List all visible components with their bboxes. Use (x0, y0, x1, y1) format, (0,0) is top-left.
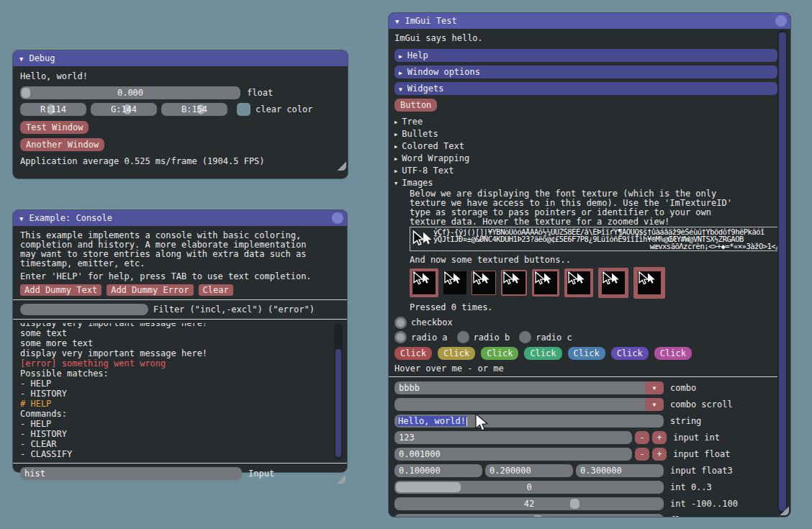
another-window-button[interactable]: Another Window (20, 138, 104, 151)
fps-stats-text: Application average 0.525 ms/frame (1904… (20, 156, 340, 166)
filter-input[interactable] (20, 304, 148, 315)
radio-b[interactable]: radio b (457, 331, 510, 343)
float3-input-label: input float3 (670, 466, 733, 476)
click-button-6[interactable]: Click (611, 347, 649, 360)
command-input[interactable]: hist (20, 467, 242, 480)
font-texture-image[interactable]: ýÇf}-{ÿj()[]|¥ÝBÑòÙõóÃÅÄÀô½¼ÙÚŽŠ8ÉÈ/â\ÈÞ… (410, 227, 782, 251)
console-log[interactable]: display very important message here! som… (20, 323, 343, 459)
float-slider[interactable]: 0.000 (20, 86, 240, 99)
tree-node-word-wrapping[interactable]: Word Wrapping (394, 153, 777, 165)
add-dummy-error-button[interactable]: Add Dummy Error (107, 284, 193, 296)
button-widget[interactable]: Button (394, 99, 437, 112)
textured-buttons-caption: And now some textured buttons.. (410, 256, 777, 265)
tree-node-images[interactable]: Images (394, 177, 777, 189)
float3-input-x[interactable]: 0.100000 (394, 464, 482, 477)
test-window-button[interactable]: Test Window (20, 121, 89, 134)
image-buttons-row (410, 267, 777, 299)
resize-grip[interactable] (335, 474, 346, 484)
combo-box[interactable]: bbbb (394, 381, 664, 394)
tree-arrow-icon (394, 140, 402, 153)
float-slider[interactable]: 1.123 (394, 514, 664, 517)
scrollbar-grab[interactable] (779, 32, 786, 511)
log-line: - CLEAR (20, 439, 343, 449)
tree-node-bullets[interactable]: Bullets (394, 128, 777, 140)
combo-arrow-button[interactable] (645, 381, 664, 394)
image-button-7[interactable] (598, 268, 628, 298)
add-dummy-text-button[interactable]: Add Dummy Text (20, 284, 102, 296)
tree-node-colored-text[interactable]: Colored Text (394, 140, 777, 153)
log-line: - CLASSIFY (20, 449, 343, 459)
tree-node-utf8-text[interactable]: UTF-8 Text (394, 165, 777, 177)
header-widgets[interactable]: Widgets (394, 82, 777, 95)
debug-titlebar[interactable]: Debug (13, 50, 348, 66)
float-input-label: input float (673, 449, 730, 459)
string-input[interactable]: Hello, world! (394, 415, 664, 428)
tree-node-label: Word Wrapping (402, 153, 469, 165)
combo-scroll-box[interactable] (394, 398, 664, 411)
green-slider[interactable]: G:144 (91, 103, 157, 116)
header-help[interactable]: Help (394, 49, 777, 62)
tree-node-tree[interactable]: Tree (394, 116, 777, 128)
close-button[interactable] (332, 212, 343, 224)
console-titlebar[interactable]: Example: Console (13, 210, 347, 226)
image-button-5[interactable] (532, 269, 559, 297)
clear-button[interactable]: Clear (199, 284, 233, 296)
resize-grip[interactable] (336, 160, 346, 171)
int-input[interactable]: 123 (394, 431, 632, 444)
clear-color-label: clear color (256, 104, 312, 114)
collapse-arrow-icon[interactable] (19, 53, 23, 63)
click-button-3[interactable]: Click (481, 347, 518, 360)
float3-input-z[interactable]: 0.300000 (576, 464, 664, 477)
image-button-3[interactable] (472, 271, 496, 295)
click-button-1[interactable]: Click (394, 347, 432, 360)
tree-arrow-icon (394, 128, 402, 140)
int-slider-0-3[interactable]: 0 (394, 481, 664, 494)
scrollbar-grab[interactable] (335, 349, 341, 457)
float3-input-y[interactable]: 0.200000 (485, 464, 573, 477)
radio-a[interactable]: radio a (394, 331, 448, 343)
image-button-2[interactable] (443, 271, 466, 294)
collapse-arrow-icon[interactable] (395, 16, 399, 26)
increment-button[interactable]: + (652, 448, 667, 461)
image-button-1[interactable] (410, 268, 438, 297)
click-button-2[interactable]: Click (438, 347, 475, 360)
close-button[interactable] (775, 15, 787, 27)
console-scrollbar[interactable] (334, 323, 343, 459)
checkbox[interactable] (394, 317, 407, 329)
window-title: Debug (29, 53, 55, 63)
click-buttons-row: Click Click Click Click Click Click Clic… (394, 347, 777, 360)
tree-node-label: Colored Text (402, 140, 464, 153)
collapsed-arrow-icon (399, 67, 402, 77)
separator (13, 299, 347, 300)
tree-node-label: Bullets (402, 128, 438, 140)
desktop: Debug Hello, world! 0.000 float R:114 G:… (0, 0, 812, 529)
header-window-options[interactable]: Window options (394, 65, 777, 78)
collapse-arrow-icon[interactable] (19, 213, 23, 223)
float3-value: 0.100000 (394, 466, 441, 476)
hover-text[interactable]: Hover over me - or me (394, 364, 777, 374)
click-button-5[interactable]: Click (568, 347, 605, 360)
red-slider[interactable]: R:114 (20, 103, 86, 116)
int-input-value: 123 (394, 433, 415, 443)
cursor-glyphs-icon (472, 271, 491, 286)
increment-button[interactable]: + (652, 431, 667, 444)
blue-slider[interactable]: B:154 (161, 103, 227, 116)
combo-arrow-button[interactable] (645, 398, 664, 411)
float-input[interactable]: 0.001000 (394, 448, 632, 461)
int-input-label: input int (673, 433, 720, 443)
radio-c[interactable]: radio c (519, 331, 572, 343)
click-button-4[interactable]: Click (524, 347, 561, 360)
log-line-match: # HELP (20, 399, 343, 409)
image-button-4[interactable] (501, 270, 527, 296)
window-scrollbar[interactable] (777, 30, 788, 513)
resize-grip[interactable] (779, 505, 789, 515)
decrement-button[interactable]: - (635, 431, 649, 444)
int-slider-neg100-100[interactable]: 42 (394, 497, 664, 510)
decrement-button[interactable]: - (635, 448, 649, 461)
clear-color-swatch[interactable] (237, 103, 251, 116)
click-button-7[interactable]: Click (654, 347, 692, 360)
blue-slider-value: B:154 (161, 104, 227, 114)
image-button-6[interactable] (564, 268, 593, 297)
imgui-test-titlebar[interactable]: ImGui Test (389, 13, 790, 29)
image-button-8[interactable] (633, 267, 665, 299)
